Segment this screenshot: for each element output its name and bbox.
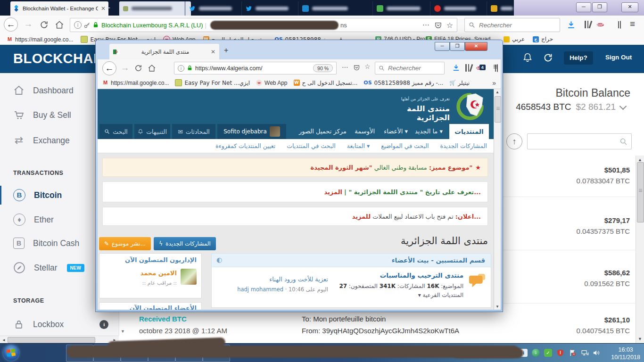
blockchain-logo[interactable]: BLOCKCHAIN <box>13 51 107 66</box>
censored-tab[interactable] <box>119 1 191 16</box>
back-button[interactable]: ← <box>4 17 18 32</box>
tray-action-center-icon[interactable] <box>569 349 577 357</box>
reload-button[interactable] <box>40 20 49 29</box>
page-actions-icon[interactable]: ⋯ <box>342 63 348 71</box>
close-tab-icon[interactable]: ✕ <box>211 49 215 55</box>
url-bar[interactable]: i Blockchain Luxembourg S.A.R.L (LU) | n… <box>70 18 457 32</box>
tab-forum[interactable]: منتدى اللمة الجزائرية ✕ <box>109 44 219 59</box>
forward-button[interactable]: → <box>118 61 132 74</box>
nav-alerts[interactable]: التنبيهات <box>134 124 170 139</box>
new-posts-button[interactable]: ϟالمشاركات الجديدة <box>154 237 216 250</box>
scroll-down-icon[interactable]: ▼ <box>636 337 644 341</box>
library-icon[interactable] <box>465 64 473 72</box>
caret-down-icon[interactable]: ▼ <box>121 329 125 334</box>
refresh-icon[interactable] <box>543 53 553 63</box>
latest-topic[interactable]: تعزية للأخت ورود الهناء اليوم على 10:46 … <box>217 276 328 293</box>
search-input[interactable] <box>387 64 441 72</box>
censored-tab[interactable] <box>298 1 363 16</box>
close-button[interactable]: ✕ <box>621 2 638 12</box>
nav-upload-center[interactable]: مركز تحميل الصور <box>299 128 347 135</box>
page-info-icon[interactable]: i <box>74 21 82 29</box>
adblock-icon[interactable]: ABP <box>597 23 604 26</box>
balance-line[interactable]: 4658543 BTC $2 861.21 <box>516 102 626 112</box>
nav-search[interactable]: البحث <box>99 124 132 139</box>
search-bar[interactable] <box>464 18 560 32</box>
collapse-toggle-icon[interactable]: ◐ <box>216 256 222 263</box>
adblock-icon[interactable]: ABP4 <box>476 66 483 70</box>
url-text[interactable]: ns <box>340 22 347 29</box>
nav-messages[interactable]: ✉المحادثات <box>172 124 215 139</box>
scroll-up-icon[interactable]: ▲ <box>636 157 644 162</box>
scrollbar-thumb[interactable] <box>8 337 95 343</box>
nav-user-menu[interactable]: Sofito djebabra <box>217 124 286 139</box>
upload-transactions-icon[interactable]: ↑ <box>506 133 522 149</box>
tray-shield-icon[interactable] <box>556 349 564 357</box>
help-button[interactable]: Help? <box>564 51 593 65</box>
bookmark-arabic[interactable]: عربي <box>504 36 525 42</box>
permission-key-icon[interactable] <box>83 22 91 29</box>
maximize-button[interactable]: ❐ <box>592 2 607 12</box>
close-button[interactable]: ✕ <box>465 42 487 51</box>
vertical-scrollbar[interactable]: ▲ ▼ <box>636 156 644 343</box>
page-info-icon[interactable]: i <box>178 65 184 72</box>
censored-tab[interactable] <box>241 1 302 16</box>
zoom-level[interactable]: 90 % <box>313 64 333 72</box>
subnav-search-forums[interactable]: البحث في المنتديات <box>287 142 335 149</box>
new-tab-button[interactable]: + <box>106 3 110 13</box>
subnav-mark-read[interactable]: تعيين المنتديات كمقروءة <box>215 142 275 149</box>
bookmark-gmail[interactable]: Mhttps://mail.google.co... <box>102 80 169 86</box>
scrollbar-thumb[interactable] <box>637 162 644 222</box>
forum-scrollbar[interactable]: ▲ ▼ <box>494 89 501 310</box>
tray-network-icon[interactable] <box>581 349 589 357</box>
sidebar-item-lockbox[interactable]: Lockbox i <box>0 315 119 334</box>
forward-button[interactable]: → <box>22 17 35 31</box>
forum-row[interactable]: منتدى الترحيب والمناسبات المواضيع: 16K ا… <box>211 267 491 308</box>
back-button[interactable]: ← <box>102 61 116 75</box>
info-icon[interactable]: i <box>99 320 108 329</box>
minimize-button[interactable]: ─ <box>576 2 591 12</box>
url-bar[interactable]: i https://www.4algeria.com/ 90 % <box>174 62 337 74</box>
bookmark-os-number[interactable]: OSرقم مميز 0581258988 -... <box>363 80 443 86</box>
pocket-icon[interactable] <box>353 64 360 71</box>
sign-out-button[interactable]: Sign Out <box>605 54 632 61</box>
subnav-new-posts[interactable]: المشاركات الجديدة <box>440 142 487 149</box>
scrollbar-thumb[interactable] <box>495 96 501 123</box>
page-actions-icon[interactable]: ⋯ <box>422 21 430 29</box>
bookmark-neteller[interactable]: 🛒نيتيلر <box>449 80 470 86</box>
maximize-button[interactable]: ❐ <box>450 42 465 51</box>
start-button[interactable] <box>3 345 19 361</box>
post-thread-button[interactable]: ✎نشر موضوع... <box>99 237 151 250</box>
bookmark-webapp[interactable]: wWeb App <box>256 80 287 86</box>
censored-tab[interactable] <box>372 1 436 16</box>
avatar[interactable] <box>181 269 197 285</box>
menu-hamburger-icon[interactable]: ≡ <box>630 19 635 29</box>
bookmarks-overflow-icon[interactable]: » <box>492 79 496 87</box>
search-input[interactable] <box>478 21 556 29</box>
tray-idm-icon[interactable]: ↓ <box>532 349 540 357</box>
tab-blockchain-wallet[interactable]: Blockchain Wallet - Exchange C ✕ <box>10 1 108 16</box>
subnav-watched[interactable]: المتابعة ▾ <box>347 142 370 149</box>
admins-online-header[interactable]: الإداريون المتصلون الآن <box>99 254 201 265</box>
tx-type[interactable]: Received BTC <box>139 315 187 323</box>
tray-antivirus-ok-icon[interactable]: ✓ <box>544 349 552 357</box>
forum-logo[interactable] <box>452 91 488 122</box>
nav-members[interactable]: الأعضاء ▾ <box>384 128 408 135</box>
downloads-icon[interactable] <box>452 64 460 72</box>
transactions-search[interactable] <box>527 133 632 149</box>
search-bar[interactable] <box>375 62 445 74</box>
censored-tab[interactable] <box>430 1 493 16</box>
downloads-icon[interactable] <box>567 20 576 29</box>
home-button[interactable] <box>55 20 64 30</box>
notice-announcement[interactable]: اعلان: تم فتح باب الاعتماد لبيع العملات … <box>102 207 488 226</box>
scroll-up-icon[interactable]: ▲ <box>494 90 501 94</box>
site-identity-label[interactable]: Blockchain Luxembourg S.A.R.L (LU) <box>101 22 203 29</box>
notice-featured[interactable]: ★ موضوع مميز: مسابقة وطني الغالي "شهر ال… <box>102 158 488 177</box>
minimize-button[interactable]: ─ <box>435 42 450 51</box>
new-tab-button[interactable]: + <box>224 46 228 55</box>
members-online-header[interactable]: الأعضاء المتصلون الآن <box>99 303 201 310</box>
pocket-icon[interactable] <box>434 21 442 29</box>
home-button[interactable] <box>148 64 156 73</box>
scroll-down-icon[interactable]: ▼ <box>494 304 501 309</box>
nav-forums[interactable]: المنتديات <box>449 124 489 139</box>
notice-history[interactable]: تعرف على تاريخ " منتدى اللمة الجزائرية "… <box>102 181 488 202</box>
